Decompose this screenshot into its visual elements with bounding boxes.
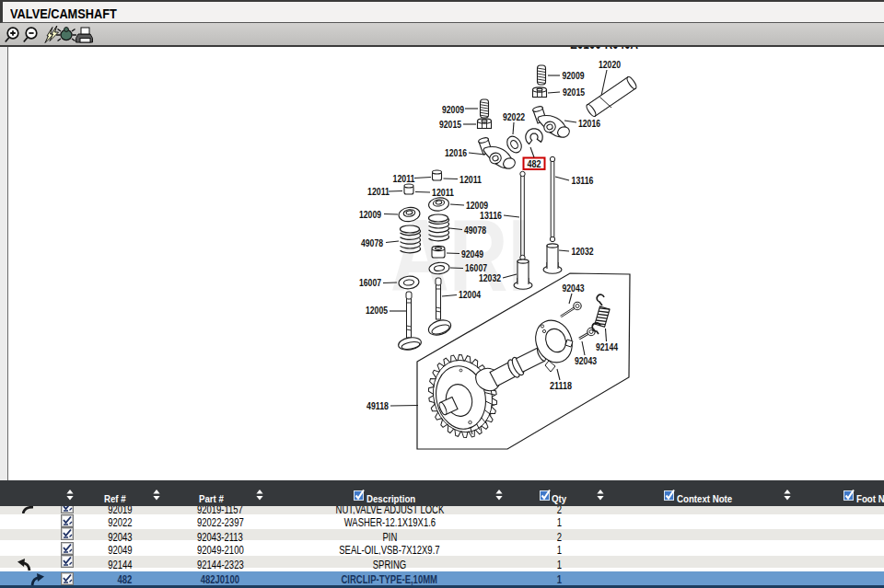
svg-text:21118: 21118 [550,380,572,391]
svg-text:49078: 49078 [464,225,486,236]
svg-text:16007: 16007 [359,277,381,288]
svg-text:12009: 12009 [466,200,488,211]
svg-text:12005: 12005 [366,305,388,316]
svg-text:13116: 13116 [572,175,594,186]
svg-text:92022: 92022 [503,111,525,122]
svg-text:49118: 49118 [366,400,389,411]
svg-text:12032: 12032 [479,272,501,283]
svg-text:92009: 92009 [563,70,585,81]
svg-text:12016: 12016 [578,118,600,129]
svg-text:16007: 16007 [465,262,487,273]
svg-text:13116: 13116 [480,210,502,221]
svg-text:92144: 92144 [596,341,619,352]
svg-text:12011: 12011 [393,173,415,184]
svg-text:12004: 12004 [459,289,482,300]
svg-text:12009: 12009 [359,209,381,220]
svg-text:92049: 92049 [461,248,483,259]
svg-text:482: 482 [528,158,541,169]
svg-text:49078: 49078 [361,237,383,248]
svg-text:92015: 92015 [563,86,585,98]
svg-text:92043: 92043 [563,282,585,294]
svg-text:92043: 92043 [575,355,597,366]
svg-text:92009: 92009 [442,104,464,115]
svg-text:92015: 92015 [439,119,461,130]
svg-text:12011: 12011 [367,186,390,197]
svg-text:12011: 12011 [432,187,454,198]
svg-text:12032: 12032 [572,246,594,257]
svg-text:12016: 12016 [445,147,467,158]
svg-text:12011: 12011 [459,174,482,185]
svg-text:12020: 12020 [599,59,621,70]
